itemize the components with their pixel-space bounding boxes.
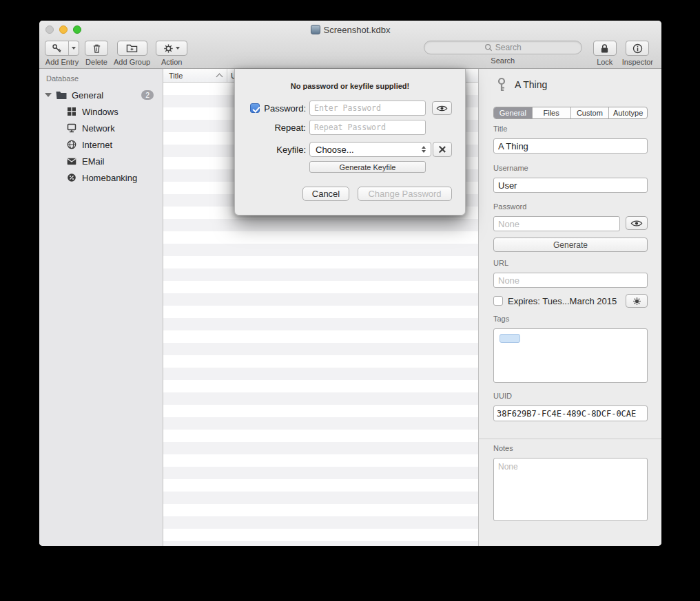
inspector-label: Inspector xyxy=(622,58,653,66)
delete-label: Delete xyxy=(85,58,107,66)
tags-field[interactable] xyxy=(493,328,648,383)
dialog-repeat-label: Repeat: xyxy=(250,123,306,133)
keyfile-dropdown[interactable]: Choose... xyxy=(309,142,431,157)
dialog-repeat-input[interactable] xyxy=(309,120,426,135)
stepper-icon xyxy=(419,144,428,155)
username-field-label: Username xyxy=(493,164,528,172)
lock-button[interactable]: Lock xyxy=(593,41,617,66)
lock-label: Lock xyxy=(597,58,612,66)
sidebar-item-windows[interactable]: Windows xyxy=(39,103,163,120)
app-icon xyxy=(311,25,320,34)
sidebar-item-label: Windows xyxy=(82,107,119,117)
title-field[interactable] xyxy=(493,138,648,154)
add-entry-label: Add Entry xyxy=(45,58,79,66)
inspector-panel: A Thing General Files Custom Autotype Ti… xyxy=(479,69,661,546)
add-group-button[interactable]: Add Group xyxy=(114,41,150,66)
change-password-label: Change Password xyxy=(368,189,441,199)
change-password-button[interactable]: Change Password xyxy=(358,187,452,201)
window-title: Screenshot.kdbx xyxy=(324,25,391,35)
add-entry-dropdown[interactable] xyxy=(68,41,79,55)
entry-header: A Thing xyxy=(495,77,547,92)
notes-field[interactable] xyxy=(493,458,648,521)
chevron-down-icon xyxy=(72,47,76,50)
folder-plus-icon xyxy=(126,43,138,53)
disclosure-triangle-icon[interactable] xyxy=(45,93,52,97)
key-icon xyxy=(495,77,508,92)
percent-coin-icon xyxy=(66,173,77,182)
cancel-button[interactable]: Cancel xyxy=(302,187,349,201)
username-field[interactable] xyxy=(493,178,648,193)
reveal-password-button[interactable] xyxy=(626,216,648,230)
notes-label: Notes xyxy=(493,444,513,452)
info-circle-icon xyxy=(632,43,643,54)
password-checkbox[interactable] xyxy=(250,103,260,113)
expires-checkbox[interactable] xyxy=(493,296,503,306)
delete-button[interactable]: Delete xyxy=(85,41,108,66)
envelope-icon xyxy=(66,158,77,165)
entry-title-heading: A Thing xyxy=(515,79,547,90)
clear-keyfile-button[interactable] xyxy=(433,142,452,157)
tags-label: Tags xyxy=(493,315,509,323)
sidebar-header: Database xyxy=(46,74,79,83)
dialog-password-label: Password: xyxy=(261,103,306,114)
generate-password-button[interactable]: Generate xyxy=(493,238,648,252)
app-window: Screenshot.kdbx Add Entry xyxy=(39,21,661,546)
inspector-tabs: General Files Custom Autotype xyxy=(493,107,648,119)
tab-general[interactable]: General xyxy=(494,107,532,118)
window-chrome: Screenshot.kdbx Add Entry xyxy=(39,21,661,69)
sidebar-item-label: Network xyxy=(82,123,115,134)
globe-icon xyxy=(66,140,77,149)
generate-keyfile-button[interactable]: Generate Keyfile xyxy=(309,161,426,173)
url-field[interactable] xyxy=(493,273,648,288)
sidebar-item-internet[interactable]: Internet xyxy=(39,136,163,153)
search-icon xyxy=(484,43,493,52)
search-area: Search Search xyxy=(424,41,582,65)
eye-icon xyxy=(630,220,643,227)
sidebar-item-label: General xyxy=(72,90,103,101)
search-input[interactable]: Search xyxy=(424,41,582,54)
dialog-password-input[interactable] xyxy=(309,101,426,116)
add-group-label: Add Group xyxy=(114,58,150,66)
trash-icon xyxy=(92,43,102,54)
group-tree: General 2 Windows Network xyxy=(39,87,163,186)
close-icon xyxy=(438,145,446,154)
add-entry-button[interactable]: Add Entry xyxy=(45,41,79,66)
uuid-label: UUID xyxy=(493,392,512,400)
sidebar: Database General 2 Windows xyxy=(39,69,163,546)
uuid-field[interactable] xyxy=(493,405,648,421)
generate-keyfile-label: Generate Keyfile xyxy=(340,163,396,171)
column-header-title[interactable]: Title xyxy=(169,72,183,80)
entry-count-badge: 2 xyxy=(141,90,154,100)
sidebar-item-general[interactable]: General 2 xyxy=(39,87,163,103)
gear-icon xyxy=(163,43,174,54)
expires-label: Expires: Tues...March 2015 xyxy=(508,296,617,306)
expires-settings-button[interactable] xyxy=(626,294,648,308)
column-divider[interactable] xyxy=(227,69,227,82)
tab-files[interactable]: Files xyxy=(532,107,570,118)
dialog-reveal-password-button[interactable] xyxy=(432,101,452,115)
desktop: Screenshot.kdbx Add Entry xyxy=(0,0,700,601)
chevron-down-icon xyxy=(176,47,180,50)
sidebar-item-homebanking[interactable]: Homebanking xyxy=(39,169,163,186)
inspector-button[interactable]: Inspector xyxy=(622,41,653,66)
password-field[interactable] xyxy=(493,216,620,231)
gear-icon xyxy=(632,297,641,306)
sidebar-item-network[interactable]: Network xyxy=(39,120,163,136)
eye-icon xyxy=(436,105,448,112)
tab-autotype[interactable]: Autotype xyxy=(608,107,647,118)
password-field-label: Password xyxy=(493,202,526,211)
lock-icon xyxy=(600,43,609,54)
windows-grid-icon xyxy=(66,107,77,116)
tag-chip[interactable] xyxy=(500,334,520,343)
action-label: Action xyxy=(161,58,183,66)
search-placeholder: Search xyxy=(495,43,522,52)
dialog-message: No password or keyfile supplied! xyxy=(235,82,465,90)
sidebar-item-email[interactable]: EMail xyxy=(39,153,163,169)
action-button[interactable]: Action xyxy=(156,41,187,66)
sidebar-item-label: EMail xyxy=(82,156,105,167)
tab-custom[interactable]: Custom xyxy=(570,107,609,118)
search-label: Search xyxy=(491,56,515,65)
dialog-keyfile-label: Keyfile: xyxy=(250,145,306,155)
key-icon xyxy=(45,41,68,55)
sidebar-item-label: Internet xyxy=(82,140,112,150)
